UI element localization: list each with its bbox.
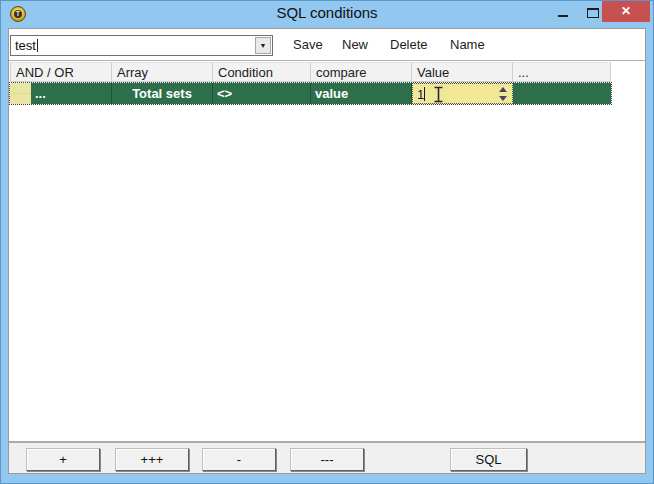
cell-compare[interactable]: value [311, 83, 412, 104]
delete-button[interactable]: Delete [390, 37, 428, 52]
chevron-down-icon[interactable]: ▼ [255, 37, 271, 54]
cell-array[interactable]: Total sets [112, 83, 213, 104]
sql-conditions-window: T SQL conditions ✕ test ▼ Save New Delet… [0, 0, 654, 484]
conditions-grid: AND / OR Array Condition compare Value .… [9, 60, 645, 442]
add-condition-button[interactable]: + [26, 448, 100, 471]
cell-and-or[interactable]: ... [31, 83, 112, 104]
combobox-value: test [15, 38, 36, 53]
save-button[interactable]: Save [293, 37, 323, 52]
spin-up-icon[interactable] [499, 87, 507, 92]
value-spinner [497, 86, 509, 102]
column-header-and-or[interactable]: AND / OR [10, 62, 112, 82]
cell-extra[interactable] [513, 83, 611, 104]
toolbar: test ▼ Save New Delete Name [9, 29, 645, 60]
row-indicator-dots: ····· [13, 89, 31, 98]
row-indicator[interactable]: ····· [10, 83, 31, 104]
sql-button[interactable]: SQL [450, 448, 527, 471]
column-header-value[interactable]: Value [412, 62, 513, 82]
name-button[interactable]: Name [450, 37, 485, 52]
value-editor-field[interactable]: 1 [412, 83, 513, 104]
title-bar[interactable]: T SQL conditions ✕ [0, 0, 654, 28]
column-header-compare[interactable]: compare [311, 62, 412, 82]
remove-condition-button[interactable]: - [202, 448, 276, 471]
footer-bar: + +++ - --- SQL [9, 442, 645, 473]
remove-group-button[interactable]: --- [290, 448, 364, 471]
client-area: test ▼ Save New Delete Name AND / OR Arr… [8, 28, 646, 474]
grid-header: AND / OR Array Condition compare Value .… [10, 62, 611, 82]
new-button[interactable]: New [342, 37, 368, 52]
close-button[interactable]: ✕ [602, 1, 650, 22]
text-caret [37, 39, 38, 52]
maximize-icon [587, 8, 599, 18]
maximize-button[interactable] [584, 4, 602, 22]
column-header-more[interactable]: ... [513, 62, 611, 82]
condition-set-combobox[interactable]: test ▼ [10, 35, 273, 56]
add-group-button[interactable]: +++ [115, 448, 189, 471]
column-header-array[interactable]: Array [112, 62, 213, 82]
text-caret [424, 87, 425, 101]
spin-down-icon[interactable] [499, 96, 507, 101]
column-header-condition[interactable]: Condition [213, 62, 311, 82]
minimize-button[interactable] [554, 4, 572, 22]
minimize-icon [558, 15, 568, 17]
cell-condition[interactable]: <> [213, 83, 311, 104]
ibeam-cursor-icon [433, 86, 444, 103]
grid-row[interactable]: ····· ... Total sets <> value 1 [10, 83, 611, 104]
